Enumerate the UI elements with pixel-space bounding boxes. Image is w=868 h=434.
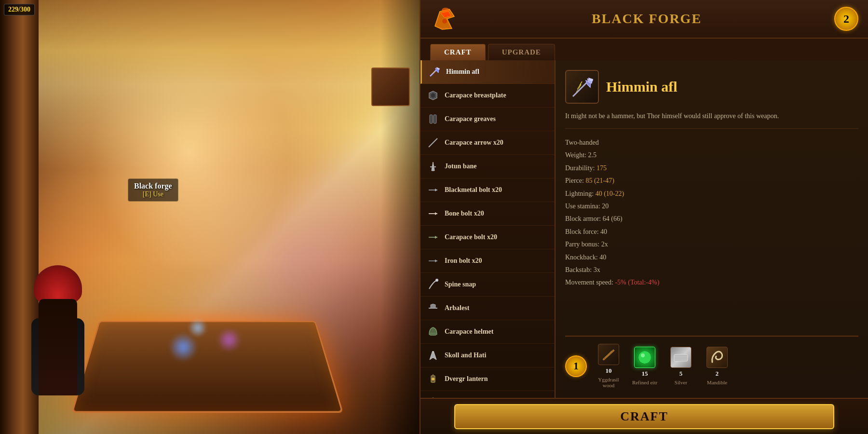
item-name-arbalest: Arbalest (445, 304, 469, 312)
svg-line-6 (429, 138, 437, 147)
item-icon-spine-snap (426, 278, 440, 291)
ingredient-count-eitr: 15 (642, 370, 648, 378)
item-icon-breastplate (426, 89, 440, 102)
tab-upgrade[interactable]: UPGRADE (488, 44, 555, 60)
item-name-carapace-helmet: Carapace helmet (445, 328, 493, 336)
prompt-key: [E] Use (134, 190, 172, 198)
interaction-prompt: Black forge [E] Use (128, 178, 178, 202)
item-icon-iron-bolt (426, 254, 440, 268)
stat-row: Two-handed (565, 137, 858, 148)
stat-row: Use stamina: 20 (565, 201, 858, 212)
list-item[interactable]: Arbalest (420, 297, 555, 320)
forge-tabs: CRAFT UPGRADE (420, 39, 868, 60)
tab-craft[interactable]: CRAFT (430, 44, 486, 60)
ingredient-count-mandible: 2 (716, 370, 719, 378)
item-name-iron-bolt: Iron bolt x20 (445, 257, 482, 265)
item-icon-dvergr-lantern (426, 372, 440, 386)
item-icon-carapace-helmet (426, 325, 440, 339)
svg-rect-4 (430, 115, 433, 123)
list-item[interactable]: Carapace bolt x20 (420, 226, 555, 249)
stat-row: Parry bonus: 2x (565, 239, 858, 250)
item-icon-carapace-arrow (426, 136, 440, 149)
craft-button[interactable]: Craft (454, 404, 835, 429)
list-item[interactable]: Dvergr lantern (420, 367, 555, 391)
list-item[interactable]: Carapace helmet (420, 320, 555, 344)
item-name-skoll-hati: Skoll and Hati (445, 352, 486, 359)
forge-title: BLACK FORGE (469, 11, 825, 27)
list-item[interactable]: Blackmetal bolt x20 (420, 178, 555, 202)
item-name-carapace-bolt: Carapace bolt x20 (445, 233, 497, 241)
list-item[interactable]: Jotun bane (420, 155, 555, 178)
prompt-title: Black forge (134, 182, 172, 190)
stat-row: Lightning: 40 (10-22) (565, 189, 858, 199)
stat-row: Block armor: 64 (66) (565, 214, 858, 224)
svg-point-1 (442, 8, 449, 13)
detail-header: Himmin afl (565, 70, 858, 104)
game-viewport: Black forge [E] Use 229/300 (0, 0, 420, 434)
craft-button-row: Craft (420, 398, 868, 434)
item-list: Himmin afl Carapace breastplate (420, 60, 556, 398)
health-display: 229/300 (4, 4, 35, 15)
list-item[interactable]: Bone bolt x20 (420, 202, 555, 226)
item-icon-jotun-bane (426, 160, 440, 173)
ingredient-label-eitr: Refined eitr (632, 380, 657, 385)
forge-icon (430, 4, 459, 33)
ingredient-mandible: 2 Mandible (703, 347, 732, 385)
list-item[interactable]: Carapace arrow x20 (420, 131, 555, 155)
item-icon-bone-bolt (426, 207, 440, 220)
list-item[interactable]: Carapace shield (420, 391, 555, 398)
list-item[interactable]: Himmin afl (420, 60, 555, 84)
item-name-bone-bolt: Bone bolt x20 (445, 210, 484, 217)
item-name-blackmetal-bolt: Blackmetal bolt x20 (445, 186, 502, 194)
stat-row: Durability: 175 (565, 163, 858, 174)
item-icon-skoll-hati (426, 349, 440, 362)
forge-panel: BLACK FORGE 2 CRAFT UPGRADE (420, 0, 868, 434)
detail-item-name: Himmin afl (606, 79, 678, 95)
ingredient-label-silver: Silver (675, 380, 687, 385)
forge-level-badge: 2 (834, 7, 858, 31)
item-detail-panel: Himmin afl It might not be a hammer, but… (556, 60, 868, 398)
item-name-himmin-afl: Himmin afl (446, 68, 479, 76)
panel-header: BLACK FORGE 2 (420, 0, 868, 39)
ingredient-icon-silver (670, 347, 692, 368)
player-character (29, 260, 87, 395)
item-name-greaves: Carapace greaves (445, 115, 496, 123)
item-icon-himmin-afl (428, 65, 441, 79)
item-name-spine-snap: Spine snap (445, 281, 476, 288)
svg-rect-5 (434, 115, 436, 123)
list-item[interactable]: Skoll and Hati (420, 344, 555, 367)
ingredient-silver: 5 Silver (666, 347, 695, 385)
stat-row: Knockback: 40 (565, 252, 858, 263)
stat-row: Block force: 40 (565, 227, 858, 237)
ingredient-label-wood: Yggdrasil wood (594, 377, 623, 388)
ingredient-icon-eitr (634, 347, 655, 368)
item-icon-arbalest (426, 301, 440, 315)
ingredient-refined-eitr: 15 Refined eitr (630, 347, 659, 385)
list-item[interactable]: Carapace breastplate (420, 84, 555, 108)
ingredient-label-mandible: Mandible (707, 380, 727, 385)
svg-point-11 (435, 279, 438, 282)
item-icon-carapace-bolt (426, 231, 440, 244)
item-name-jotun-bane: Jotun bane (445, 163, 477, 170)
craft-requirements: 1 10 Yggdrasil wood (565, 336, 858, 388)
item-name-carapace-arrow: Carapace arrow x20 (445, 139, 503, 147)
panel-content: Himmin afl Carapace breastplate (420, 60, 868, 398)
stat-row: Pierce: 85 (21-47) (565, 176, 858, 186)
svg-rect-21 (674, 354, 688, 361)
game-panel-widget (371, 68, 410, 106)
item-name-dvergr-lantern: Dvergr lantern (445, 375, 488, 383)
ingredient-count-silver: 5 (679, 370, 683, 378)
stat-row: Movement speed: -5% (Total:-4%) (565, 277, 858, 288)
stat-row: Backstab: 3x (565, 265, 858, 275)
craft-level-badge: 1 (565, 355, 587, 377)
list-item[interactable]: Carapace greaves (420, 108, 555, 131)
item-icon-blackmetal-bolt (426, 183, 440, 197)
ingredient-yggdrasil-wood: 10 Yggdrasil wood (594, 344, 623, 388)
forge-icon-svg (430, 4, 459, 33)
stat-row: Weight: 2.5 (565, 150, 858, 161)
ingredient-icon-wood (598, 344, 619, 365)
list-item[interactable]: Spine snap (420, 273, 555, 297)
svg-point-0 (442, 19, 447, 24)
list-item[interactable]: Iron bolt x20 (420, 249, 555, 273)
ingredient-icon-mandible (706, 347, 728, 368)
